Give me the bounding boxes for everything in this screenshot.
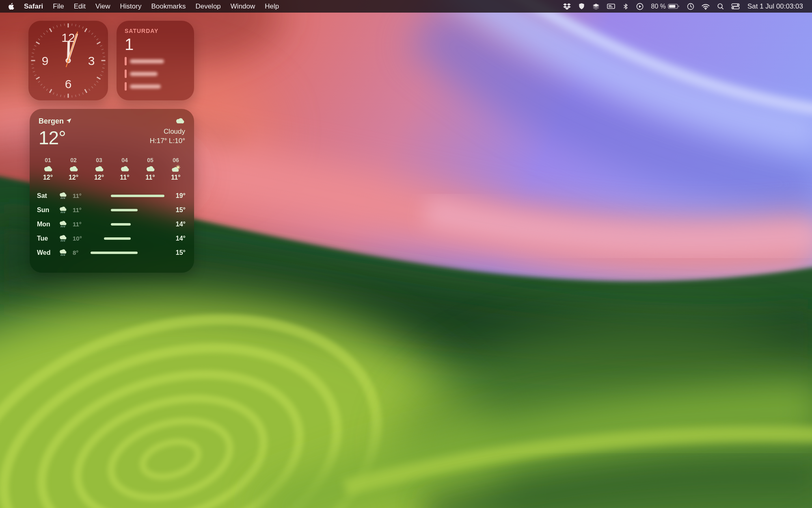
temp-range-track: [91, 195, 164, 197]
search-icon[interactable]: [713, 3, 728, 10]
hourly-forecast-column: 02 12°: [66, 157, 81, 181]
hour-label: 03: [96, 157, 102, 163]
weather-location: Bergen: [39, 117, 64, 126]
active-app-menu[interactable]: Safari: [19, 2, 48, 11]
battery-icon: [668, 3, 680, 9]
bluetooth-icon[interactable]: [619, 3, 633, 10]
calendar-event[interactable]: [125, 57, 186, 65]
clock-widget[interactable]: 12369: [28, 21, 108, 100]
menu-bookmarks[interactable]: Bookmarks: [146, 2, 190, 11]
event-color-bar: [125, 57, 127, 65]
menu-items: FileEditViewHistoryBookmarksDevelopWindo…: [48, 2, 284, 11]
day-label: Tue: [37, 235, 58, 242]
menu-file[interactable]: File: [48, 2, 69, 11]
shield-icon[interactable]: [574, 3, 589, 10]
day-high-temp: 15°: [169, 249, 186, 256]
daily-forecast-row: Wed 8° 15°: [37, 245, 186, 260]
hour-label: 04: [121, 157, 128, 163]
hourly-forecast-column: 06 11°: [168, 157, 184, 181]
hour-temp: 11°: [171, 174, 180, 181]
dropbox-icon[interactable]: [559, 3, 574, 10]
cloud-icon: [119, 165, 130, 172]
menu-history[interactable]: History: [115, 2, 147, 11]
apple-logo-icon: [8, 3, 14, 10]
hour-label: 06: [173, 157, 179, 163]
cloud-icon: [94, 165, 104, 172]
hourly-forecast-column: 01 12°: [40, 157, 56, 181]
cloud-icon: [43, 165, 53, 172]
cloud-icon: [145, 165, 155, 172]
event-title-redacted: [130, 59, 164, 63]
apple-menu[interactable]: [6, 3, 19, 10]
play-circle-icon[interactable]: [633, 3, 647, 10]
control-center-icon[interactable]: [728, 3, 743, 9]
menu-bar-left: Safari FileEditViewHistoryBookmarksDevel…: [6, 2, 284, 11]
day-low-temp: 11°: [73, 221, 91, 228]
rain-icon: [58, 234, 73, 242]
weather-hourly-forecast: 01 12°02 12°03 12°04 11°05 11°06 11°: [30, 157, 194, 181]
day-high-temp: 19°: [169, 192, 186, 200]
event-title-redacted: [130, 85, 161, 89]
weather-high-low: H:17° L:10°: [150, 137, 185, 146]
day-low-temp: 8°: [73, 249, 91, 256]
event-color-bar: [125, 69, 127, 78]
calendar-event[interactable]: [125, 82, 186, 91]
battery-indicator[interactable]: 80 %: [647, 3, 683, 10]
desktop: Safari FileEditViewHistoryBookmarksDevel…: [0, 0, 812, 508]
temp-range-track: [91, 209, 164, 211]
day-label: Wed: [37, 249, 58, 256]
menu-window[interactable]: Window: [226, 2, 260, 11]
wifi-icon[interactable]: [698, 3, 713, 10]
location-arrow-icon: [66, 117, 71, 126]
rain-icon: [58, 206, 73, 214]
menu-edit[interactable]: Edit: [69, 2, 91, 11]
menu-develop[interactable]: Develop: [190, 2, 225, 11]
daily-forecast-row: Sat 11° 19°: [37, 189, 186, 203]
temp-range-track: [91, 252, 164, 254]
temp-range-bar: [91, 252, 138, 254]
day-high-temp: 14°: [169, 221, 186, 228]
rain-icon: [58, 249, 73, 256]
temp-range-bar: [104, 237, 131, 240]
hour-label: 01: [45, 157, 51, 163]
calendar-weekday: SATURDAY: [125, 28, 186, 34]
layers-icon[interactable]: [589, 3, 603, 10]
rain-icon: [58, 192, 73, 200]
status-items: 80 %: [559, 3, 743, 10]
day-low-temp: 10°: [73, 235, 91, 242]
event-title-redacted: [130, 72, 158, 76]
day-low-temp: 11°: [73, 206, 91, 213]
battery-percent-label: 80 %: [651, 3, 665, 10]
display-icon[interactable]: [603, 3, 619, 10]
day-label: Sun: [37, 206, 58, 214]
analog-clock-face: 12369: [28, 21, 108, 100]
hour-temp: 12°: [43, 174, 53, 181]
day-high-temp: 14°: [169, 235, 186, 242]
hour-temp: 12°: [69, 174, 78, 181]
hour-temp: 12°: [94, 174, 104, 181]
calendar-widget[interactable]: SATURDAY 1: [117, 21, 194, 100]
rain-icon: [58, 220, 73, 228]
menu-view[interactable]: View: [91, 2, 115, 11]
temp-range-bar: [111, 209, 138, 211]
temp-range-bar: [111, 223, 131, 226]
temp-range-track: [91, 223, 164, 226]
day-low-temp: 11°: [73, 192, 91, 199]
cloud-icon: [175, 117, 185, 127]
weather-current-temp: 12°: [39, 127, 71, 149]
weather-daily-forecast: Sat 11° 19°Sun 11° 15°Mon 11°: [30, 189, 194, 260]
weather-condition: Cloudy: [164, 127, 185, 137]
cloud-icon: [68, 165, 79, 172]
event-color-bar: [125, 82, 127, 91]
calendar-event[interactable]: [125, 69, 186, 78]
hourly-forecast-column: 03 12°: [91, 157, 107, 181]
hour-temp: 11°: [145, 174, 155, 181]
hour-label: 05: [147, 157, 153, 163]
menu-bar: Safari FileEditViewHistoryBookmarksDevel…: [0, 0, 812, 13]
menu-help[interactable]: Help: [260, 2, 284, 11]
weather-widget[interactable]: Bergen 12° Cloudy H:17° L:10° 01 12°02 1…: [30, 109, 194, 273]
clock-history-icon[interactable]: [683, 3, 698, 10]
temp-range-track: [91, 237, 164, 240]
menu-bar-clock[interactable]: Sat 1 Jul 00:03:03: [743, 2, 806, 11]
sun-cloud-icon: [171, 165, 181, 172]
